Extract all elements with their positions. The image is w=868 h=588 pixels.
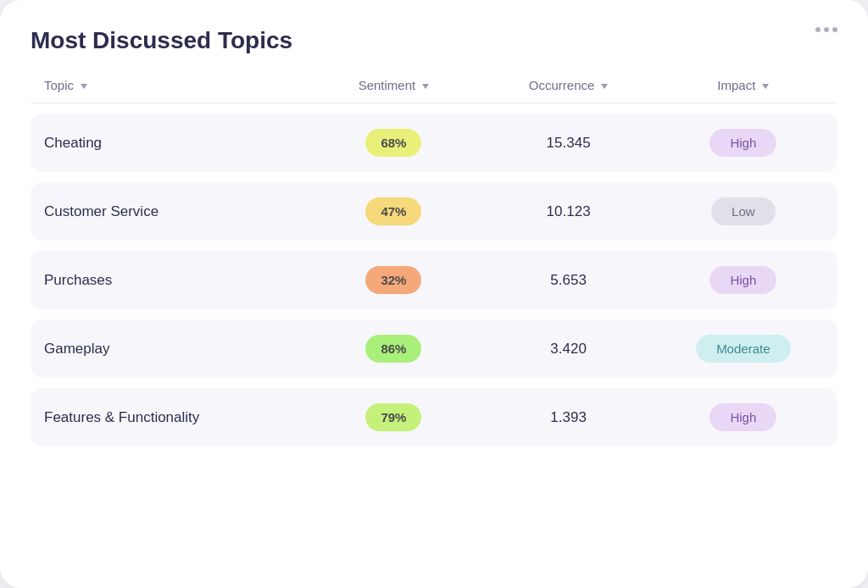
sentiment-cell: 86%	[313, 335, 474, 363]
occurrence-value: 3.420	[475, 341, 663, 358]
table-row: Gameplay 86% 3.420 Moderate	[31, 319, 837, 378]
sentiment-cell: 47%	[313, 197, 474, 225]
col-sentiment[interactable]: Sentiment	[313, 78, 474, 92]
table-body: Cheating 68% 15.345 High Customer Servic…	[31, 114, 837, 447]
sentiment-cell: 79%	[313, 403, 474, 431]
topic-name: Features & Functionality	[44, 409, 313, 426]
table-row: Customer Service 47% 10.123 Low	[31, 182, 837, 241]
sentiment-sort-icon	[422, 84, 429, 89]
table-row: Purchases 32% 5.653 High	[31, 251, 837, 309]
occurrence-value: 10.123	[475, 203, 663, 220]
sentiment-badge: 86%	[365, 335, 421, 363]
table-row: Cheating 68% 15.345 High	[31, 114, 837, 172]
col-occurrence[interactable]: Occurrence	[475, 78, 663, 92]
occurrence-sort-icon	[601, 84, 608, 89]
occurrence-value: 5.653	[475, 272, 663, 289]
occurrence-value: 15.345	[475, 135, 663, 152]
impact-cell: High	[663, 129, 824, 157]
col-impact[interactable]: Impact	[663, 78, 824, 92]
occurrence-value: 1.393	[475, 409, 663, 426]
main-card: Most Discussed Topics Topic Sentiment Oc…	[0, 0, 868, 588]
impact-badge: Moderate	[696, 335, 790, 363]
sentiment-badge: 79%	[365, 403, 421, 431]
sentiment-badge: 47%	[365, 197, 421, 225]
more-options-button[interactable]	[812, 24, 841, 36]
topic-name: Cheating	[44, 135, 313, 152]
impact-badge: Low	[711, 197, 776, 225]
col-topic[interactable]: Topic	[44, 78, 313, 92]
impact-badge: High	[709, 266, 776, 294]
impact-cell: Low	[663, 197, 824, 225]
table-header: Topic Sentiment Occurrence Impact	[31, 78, 837, 103]
impact-badge: High	[709, 403, 776, 431]
impact-cell: Moderate	[663, 335, 824, 363]
topic-sort-icon	[81, 84, 87, 89]
impact-cell: High	[663, 266, 824, 294]
sentiment-badge: 68%	[365, 129, 421, 157]
sentiment-cell: 32%	[313, 266, 474, 294]
impact-sort-icon	[762, 84, 769, 89]
impact-badge: High	[709, 129, 776, 157]
sentiment-cell: 68%	[313, 129, 474, 157]
table-row: Features & Functionality 79% 1.393 High	[31, 388, 837, 447]
page-title: Most Discussed Topics	[31, 27, 837, 54]
impact-cell: High	[663, 403, 824, 431]
sentiment-badge: 32%	[365, 266, 421, 294]
topic-name: Customer Service	[44, 203, 313, 220]
topic-name: Purchases	[44, 272, 313, 289]
topic-name: Gameplay	[44, 341, 313, 358]
